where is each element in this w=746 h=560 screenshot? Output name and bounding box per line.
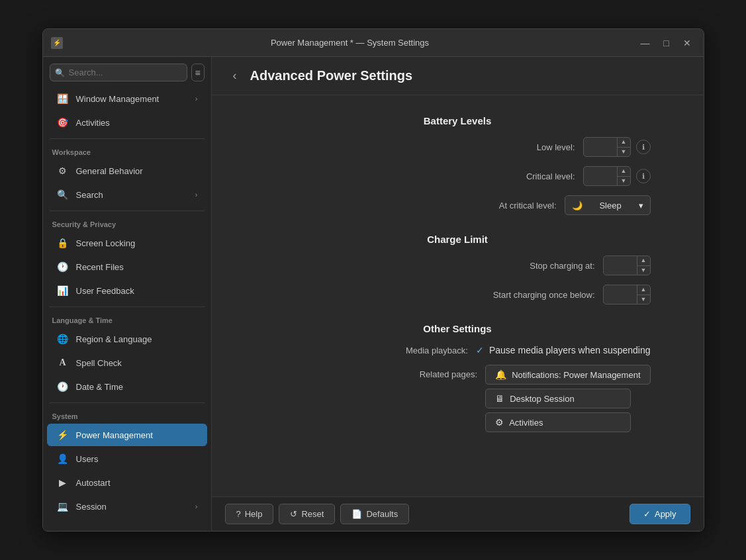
critical-level-down-button[interactable]: ▼ (618, 177, 630, 186)
checkmark-icon: ✓ (476, 345, 484, 355)
stop-charging-spinbox[interactable]: 80% ▲ ▼ (603, 256, 651, 275)
maximize-button[interactable]: □ (658, 35, 674, 51)
main-content: 🔍 ≡ 🪟 Window Management › 🎯 Activities W… (43, 57, 704, 531)
sidebar: 🔍 ≡ 🪟 Window Management › 🎯 Activities W… (43, 57, 212, 531)
chevron-icon: › (195, 95, 198, 103)
sidebar-item-window-management[interactable]: 🪟 Window Management › (47, 87, 207, 110)
critical-level-input[interactable]: 5% (584, 171, 617, 181)
sidebar-label-users: Users (76, 454, 198, 464)
user-feedback-icon: 📊 (56, 284, 70, 297)
back-button[interactable]: ‹ (228, 66, 242, 85)
low-level-label: Low level: (537, 142, 575, 152)
low-level-input[interactable]: 10% (584, 142, 617, 152)
related-page-desktop-session[interactable]: 🖥 Desktop Session (485, 389, 631, 408)
sidebar-label-general-behavior: General Behavior (76, 166, 198, 176)
battery-levels-heading: Battery Levels (265, 115, 651, 126)
critical-level-info-button[interactable]: ℹ (636, 169, 651, 183)
sidebar-label-date-time: Date & Time (76, 382, 198, 392)
defaults-icon: 📄 (351, 509, 362, 519)
activities-related-icon: ⚙ (495, 417, 504, 428)
sidebar-item-power-management[interactable]: ⚡ Power Management (47, 424, 207, 446)
sidebar-label-activities: Activities (76, 118, 198, 128)
window-title: Power Management * — System Settings (271, 38, 429, 48)
related-page-notifications[interactable]: 🔔 Notifications: Power Management (485, 365, 650, 385)
related-page-activities[interactable]: ⚙ Activities (485, 412, 631, 432)
sidebar-item-user-feedback[interactable]: 📊 User Feedback (47, 279, 207, 302)
related-pages-label: Related pages: (420, 365, 477, 379)
power-management-icon: ⚡ (56, 428, 70, 442)
at-critical-dropdown[interactable]: 🌙 Sleep ▾ (565, 195, 651, 215)
defaults-button[interactable]: 📄 Defaults (340, 504, 409, 524)
chevron-search-icon: › (195, 191, 198, 199)
related-page-notifications-label: Notifications: Power Management (512, 370, 640, 380)
media-playback-label: Media playback: (406, 346, 468, 355)
apply-button[interactable]: ✓ Apply (629, 504, 690, 524)
low-level-down-button[interactable]: ▼ (618, 148, 630, 157)
sidebar-item-screen-locking[interactable]: 🔒 Screen Locking (47, 232, 207, 254)
search-icon: 🔍 (55, 68, 65, 77)
activities-icon: 🎯 (56, 116, 70, 129)
sidebar-item-region-language[interactable]: 🌐 Region & Language (47, 328, 207, 350)
sidebar-menu-button[interactable]: ≡ (191, 64, 205, 81)
sidebar-item-search[interactable]: 🔍 Search › (47, 183, 207, 206)
start-charging-input[interactable]: 40% (604, 290, 637, 300)
divider-security (50, 210, 205, 211)
sidebar-item-date-time[interactable]: 🕐 Date & Time (47, 375, 207, 398)
section-label-language: Language & Time (43, 311, 211, 327)
critical-level-spinbox-buttons: ▲ ▼ (617, 167, 630, 185)
stop-charging-btns: ▲ ▼ (637, 256, 650, 275)
screen-locking-icon: 🔒 (56, 236, 70, 250)
related-pages-row: Related pages: 🔔 Notifications: Power Ma… (265, 365, 651, 436)
critical-level-spinbox[interactable]: 5% ▲ ▼ (583, 166, 631, 186)
content-body: Battery Levels Low level: 10% ▲ ▼ (212, 95, 704, 496)
search-input[interactable] (50, 64, 187, 81)
footer: ? Help ↺ Reset 📄 Defaults ✓ Apply (212, 496, 704, 531)
related-pages-list: 🔔 Notifications: Power Management 🖥 Desk… (485, 365, 650, 436)
sidebar-item-users[interactable]: 👤 Users (47, 447, 207, 470)
other-settings-heading: Other Settings (265, 323, 651, 334)
sidebar-item-session[interactable]: 💻 Session › (47, 495, 207, 518)
sidebar-item-recent-files[interactable]: 🕐 Recent Files (47, 256, 207, 278)
stop-charging-up-button[interactable]: ▲ (637, 256, 650, 265)
sidebar-item-activities[interactable]: 🎯 Activities (47, 111, 207, 134)
reset-button[interactable]: ↺ Reset (279, 504, 335, 524)
content-header: ‹ Advanced Power Settings (212, 57, 704, 95)
low-level-spinbox[interactable]: 10% ▲ ▼ (583, 137, 631, 157)
page-title: Advanced Power Settings (250, 68, 413, 83)
stop-charging-down-button[interactable]: ▼ (637, 266, 650, 275)
recent-files-icon: 🕐 (56, 260, 70, 273)
other-settings-section: Other Settings Media playback: ✓ Pause m… (265, 323, 651, 436)
sidebar-item-general-behavior[interactable]: ⚙ General Behavior (47, 160, 207, 182)
autostart-icon: ▶ (56, 476, 70, 489)
close-button[interactable]: ✕ (679, 35, 695, 51)
stop-charging-input[interactable]: 80% (604, 261, 637, 271)
start-charging-spinbox[interactable]: 40% ▲ ▼ (603, 285, 651, 304)
divider-system (50, 402, 205, 403)
sidebar-label-spell-check: Spell Check (76, 358, 198, 368)
minimize-button[interactable]: — (637, 35, 653, 51)
content-area: ‹ Advanced Power Settings Battery Levels… (212, 57, 704, 531)
reset-icon: ↺ (290, 509, 297, 519)
low-level-info-button[interactable]: ℹ (636, 140, 651, 154)
low-level-up-button[interactable]: ▲ (618, 138, 630, 147)
critical-level-up-button[interactable]: ▲ (618, 167, 630, 176)
media-playback-row: Media playback: ✓ Pause media players wh… (265, 345, 651, 355)
sidebar-item-spell-check[interactable]: A Spell Check (47, 351, 207, 374)
notifications-icon: 🔔 (495, 369, 506, 380)
section-label-workspace: Workspace (43, 143, 211, 159)
start-charging-up-button[interactable]: ▲ (637, 285, 650, 295)
start-charging-down-button[interactable]: ▼ (637, 295, 650, 304)
reset-label: Reset (301, 509, 324, 519)
app-window: ⚡ Power Management * — System Settings —… (42, 28, 704, 532)
at-critical-label: At critical level: (499, 201, 557, 210)
pause-media-text: Pause media players when suspending (489, 345, 651, 355)
critical-level-row: Critical level: 5% ▲ ▼ ℹ (265, 166, 651, 186)
divider-language (50, 306, 205, 307)
session-icon: 💻 (56, 500, 70, 513)
at-critical-row: At critical level: 🌙 Sleep ▾ (265, 195, 651, 215)
help-button[interactable]: ? Help (225, 504, 274, 524)
sidebar-item-autostart[interactable]: ▶ Autostart (47, 471, 207, 494)
general-behavior-icon: ⚙ (56, 164, 70, 177)
start-charging-row: Start charging once below: 40% ▲ ▼ (265, 285, 651, 304)
sidebar-label-power-management: Power Management (76, 430, 198, 440)
